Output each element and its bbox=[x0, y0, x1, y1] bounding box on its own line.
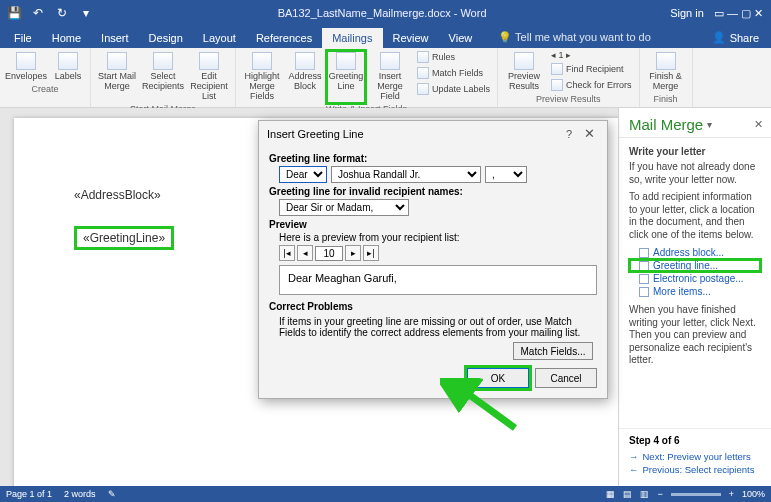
select-recipients-button[interactable]: Select Recipients bbox=[141, 50, 185, 104]
prev-step-link[interactable]: ←Previous: Select recipients bbox=[629, 463, 761, 476]
record-number-input[interactable] bbox=[315, 246, 343, 261]
labels-icon bbox=[58, 52, 78, 70]
arrow-left-icon: ← bbox=[629, 464, 639, 475]
proofing-icon[interactable]: ✎ bbox=[108, 489, 116, 499]
tab-mailings[interactable]: Mailings bbox=[322, 28, 382, 48]
help-icon[interactable]: ? bbox=[558, 128, 580, 140]
start-mail-merge-button[interactable]: Start Mail Merge bbox=[95, 50, 139, 104]
pane-close-icon[interactable]: ✕ bbox=[754, 118, 763, 131]
tab-layout[interactable]: Layout bbox=[193, 28, 246, 48]
cancel-button[interactable]: Cancel bbox=[535, 368, 597, 388]
edit-list-icon bbox=[199, 52, 219, 70]
preview-label: Preview bbox=[269, 219, 597, 230]
match-fields-button[interactable]: Match Fields bbox=[414, 66, 493, 82]
word-count[interactable]: 2 words bbox=[64, 489, 96, 499]
sign-in-link[interactable]: Sign in bbox=[670, 7, 704, 19]
finish-icon bbox=[656, 52, 676, 70]
last-record-button[interactable]: ▸| bbox=[363, 245, 379, 261]
pane-title: Mail Merge bbox=[629, 116, 703, 133]
first-record-button[interactable]: |◂ bbox=[279, 245, 295, 261]
tell-me[interactable]: 💡 Tell me what you want to do bbox=[488, 27, 661, 48]
update-icon bbox=[417, 83, 429, 95]
minimize-icon[interactable]: — bbox=[727, 7, 738, 19]
save-icon[interactable]: 💾 bbox=[6, 5, 22, 21]
doc-icon bbox=[639, 261, 649, 271]
group-preview: Preview Results bbox=[502, 94, 635, 105]
address-block-link[interactable]: Address block... bbox=[629, 246, 761, 259]
address-block-button[interactable]: Address Block bbox=[286, 50, 324, 104]
greeting-line-button[interactable]: Greeting Line bbox=[326, 50, 366, 104]
address-block-field[interactable]: «AddressBlock» bbox=[74, 188, 161, 202]
update-labels-button[interactable]: Update Labels bbox=[414, 82, 493, 98]
view-print-icon[interactable]: ▤ bbox=[623, 489, 632, 499]
close-icon[interactable]: ✕ bbox=[754, 7, 763, 19]
pane-dropdown-icon[interactable]: ▾ bbox=[707, 119, 712, 130]
tab-design[interactable]: Design bbox=[139, 28, 193, 48]
greeting-word-select[interactable]: Dear bbox=[279, 166, 327, 183]
zoom-slider[interactable] bbox=[671, 493, 721, 496]
record-nav[interactable]: ◂ 1 ▸ bbox=[548, 50, 635, 62]
group-create: Create bbox=[4, 84, 86, 95]
correct-hint: If items in your greeting line are missi… bbox=[269, 316, 597, 338]
more-items-link[interactable]: More items... bbox=[629, 285, 761, 298]
tab-home[interactable]: Home bbox=[42, 28, 91, 48]
greeting-line-field[interactable]: «GreetingLine» bbox=[74, 226, 174, 250]
zoom-level[interactable]: 100% bbox=[742, 489, 765, 499]
match-fields-dialog-button[interactable]: Match Fields... bbox=[513, 342, 593, 360]
tab-file[interactable]: File bbox=[4, 28, 42, 48]
ribbon-options-icon[interactable]: ▭ bbox=[714, 7, 724, 19]
insert-merge-field-button[interactable]: Insert Merge Field bbox=[368, 50, 412, 104]
merge-field-icon bbox=[380, 52, 400, 70]
group-finish: Finish bbox=[644, 94, 688, 105]
next-record-button[interactable]: ▸ bbox=[345, 245, 361, 261]
view-read-icon[interactable]: ▦ bbox=[606, 489, 615, 499]
zoom-in-icon[interactable]: + bbox=[729, 489, 734, 499]
check-errors-button[interactable]: Check for Errors bbox=[548, 78, 635, 94]
tab-review[interactable]: Review bbox=[383, 28, 439, 48]
greeting-line-link[interactable]: Greeting line... bbox=[629, 259, 761, 272]
rules-button[interactable]: Rules bbox=[414, 50, 493, 66]
maximize-icon[interactable]: ▢ bbox=[741, 7, 751, 19]
highlight-merge-fields-button[interactable]: Highlight Merge Fields bbox=[240, 50, 284, 104]
tab-references[interactable]: References bbox=[246, 28, 322, 48]
envelope-icon bbox=[16, 52, 36, 70]
insert-greeting-line-dialog: Insert Greeting Line ? ✕ Greeting line f… bbox=[258, 120, 608, 399]
tab-insert[interactable]: Insert bbox=[91, 28, 139, 48]
redo-icon[interactable]: ↻ bbox=[54, 5, 70, 21]
preview-hint: Here is a preview from your recipient li… bbox=[269, 232, 597, 243]
view-web-icon[interactable]: ▥ bbox=[640, 489, 649, 499]
recipients-icon bbox=[153, 52, 173, 70]
undo-icon[interactable]: ↶ bbox=[30, 5, 46, 21]
format-label: Greeting line format: bbox=[269, 153, 597, 164]
ok-button[interactable]: OK bbox=[467, 368, 529, 388]
highlight-icon bbox=[252, 52, 272, 70]
envelopes-button[interactable]: Envelopes bbox=[4, 50, 48, 84]
doc-icon bbox=[639, 287, 649, 297]
preview-results-button[interactable]: Preview Results bbox=[502, 50, 546, 94]
pane-p3: When you have finished writing your lett… bbox=[629, 304, 761, 367]
next-step-link[interactable]: →Next: Preview your letters bbox=[629, 450, 761, 463]
labels-button[interactable]: Labels bbox=[50, 50, 86, 84]
correct-label: Correct Problems bbox=[269, 301, 597, 312]
name-format-select[interactable]: Joshua Randall Jr. bbox=[331, 166, 481, 183]
punctuation-select[interactable]: , bbox=[485, 166, 527, 183]
tab-view[interactable]: View bbox=[439, 28, 483, 48]
qat-dropdown-icon[interactable]: ▾ bbox=[78, 5, 94, 21]
doc-icon bbox=[639, 274, 649, 284]
check-icon bbox=[551, 79, 563, 91]
edit-recipient-list-button[interactable]: Edit Recipient List bbox=[187, 50, 231, 104]
address-block-icon bbox=[295, 52, 315, 70]
find-recipient-button[interactable]: Find Recipient bbox=[548, 62, 635, 78]
electronic-postage-link[interactable]: Electronic postage... bbox=[629, 272, 761, 285]
ribbon-tabs: File Home Insert Design Layout Reference… bbox=[0, 26, 771, 48]
window-title: BA132_LastName_Mailmerge.docx - Word bbox=[94, 7, 670, 19]
finish-merge-button[interactable]: Finish & Merge bbox=[644, 50, 688, 94]
zoom-out-icon[interactable]: − bbox=[657, 489, 662, 499]
page-indicator[interactable]: Page 1 of 1 bbox=[6, 489, 52, 499]
share-icon: 👤 bbox=[712, 31, 726, 44]
prev-record-button[interactable]: ◂ bbox=[297, 245, 313, 261]
invalid-label: Greeting line for invalid recipient name… bbox=[269, 186, 597, 197]
invalid-greeting-select[interactable]: Dear Sir or Madam, bbox=[279, 199, 409, 216]
share-button[interactable]: 👤Share bbox=[700, 27, 771, 48]
dialog-close-icon[interactable]: ✕ bbox=[580, 126, 599, 141]
